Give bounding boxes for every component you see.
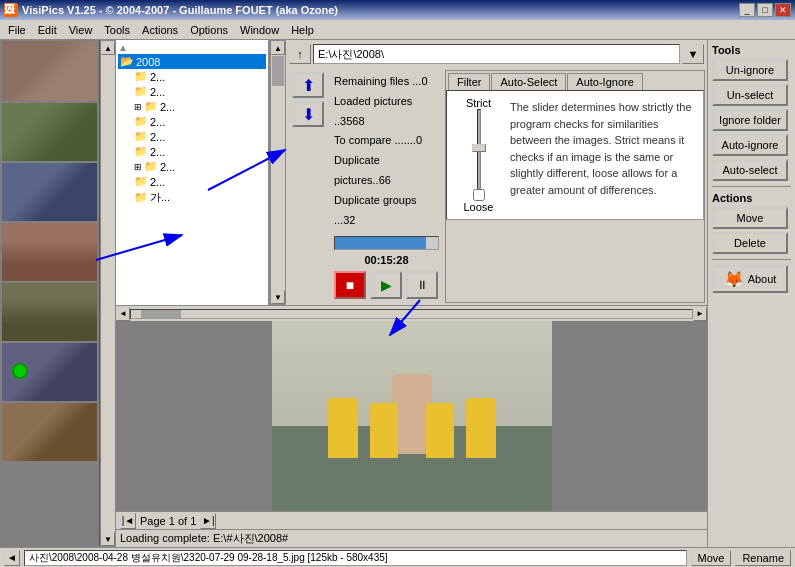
strict-label: Strict [466,97,491,109]
move-button[interactable]: Move [712,207,788,229]
scroll-down[interactable]: ▼ [101,532,115,546]
filter-slider[interactable] [469,109,489,189]
menu-actions[interactable]: Actions [136,22,184,38]
nav-arrows: ⬆ ⬇ [286,68,330,305]
folder-sub-item[interactable]: ⊞📁2... [132,99,266,114]
scroll-up[interactable]: ▲ [101,41,115,55]
app-icon: 🖼 [4,3,18,17]
title-bar: 🖼 VisiPics V1.25 - © 2004-2007 - Guillau… [0,0,795,20]
rename-file-button[interactable]: Rename [735,550,791,566]
progress-fill [335,237,426,249]
progress-bar [334,236,439,250]
folder-sub-item[interactable]: 📁2... [132,69,266,84]
folder-2008-item[interactable]: 📂 2008 [118,54,266,69]
file-path-display: 사진\2008\2008-04-28 병설유치원\2320-07-29 09-2… [24,550,687,566]
folder-sub-item[interactable]: 📁2... [132,129,266,144]
un-ignore-button[interactable]: Un-ignore [712,59,788,81]
about-button[interactable]: 🦊 About [712,265,788,293]
tree-row[interactable]: ▲ [118,42,266,53]
auto-ignore-button[interactable]: Auto-ignore [712,134,788,156]
folder-2008-label: 2008 [136,56,160,68]
minimize-button[interactable]: _ [739,3,755,17]
folder-sub-item[interactable]: 📁가... [132,189,266,206]
filter-description: The slider determines how strictly the p… [506,95,699,215]
tree-scroll-up[interactable]: ▲ [271,41,285,55]
folder-sub-item[interactable]: 📁2... [132,174,266,189]
menu-view[interactable]: View [63,22,99,38]
auto-select-button[interactable]: Auto-select [712,159,788,181]
timer-display: 00:15:28 [330,252,443,268]
path-dropdown-button[interactable]: ▼ [682,44,704,64]
filter-content: Strict Loose [446,90,704,220]
ignore-folder-button[interactable]: Ignore folder [712,109,788,131]
auto-select-tab[interactable]: Auto-Select [491,73,566,90]
filter-tabs: Filter Auto-Select Auto-Ignore [446,71,704,90]
folder-sub-item[interactable]: 📁2... [132,114,266,129]
thumb-item[interactable] [2,283,97,341]
thumb-scrollbar[interactable]: ▲ ▼ [100,40,116,547]
thumb-item[interactable] [2,343,97,401]
stat-loaded: Loaded pictures ..3568 [334,92,439,132]
top-section: ▲ 📂 2008 📁2... 📁2... ⊞📁2... 📁2... 📁2... … [116,40,707,305]
menu-bar: File Edit View Tools Actions Options Win… [0,20,795,40]
about-label: About [748,273,777,285]
thumb-item[interactable] [2,163,97,221]
folder-sub-item[interactable]: 📁2... [132,144,266,159]
thumb-item[interactable] [2,41,97,101]
h-scrollbar[interactable]: ◄ ► [116,305,707,321]
un-select-button[interactable]: Un-select [712,84,788,106]
loading-text: Loading complete: E:\#사진\2008# [120,531,288,546]
menu-options[interactable]: Options [184,22,234,38]
play-button[interactable]: ▶ [370,271,402,299]
stats-panel: Remaining files ...0 Loaded pictures ..3… [330,68,443,234]
tree-scroll-down[interactable]: ▼ [271,290,285,304]
page-first[interactable]: |◄ [120,513,136,529]
stop-button[interactable]: ■ [334,271,366,299]
filter-checkbox[interactable] [473,189,485,201]
folder-tree: ▲ 📂 2008 📁2... 📁2... ⊞📁2... 📁2... 📁2... … [116,40,270,305]
path-up-button[interactable]: ↑ [289,44,311,64]
preview-section: ◄ ► [116,305,707,511]
menu-tools[interactable]: Tools [98,22,136,38]
tree-scrollbar[interactable]: ▲ ▼ [270,40,286,305]
scroll-left[interactable]: ◄ [116,307,130,321]
filter-checkbox-row [473,189,485,201]
stat-dup-pics: Duplicate pictures..66 [334,151,439,191]
page-last[interactable]: ►| [200,513,216,529]
folder-tree-section: ▲ 📂 2008 📁2... 📁2... ⊞📁2... 📁2... 📁2... … [116,40,286,305]
filter-panel: Filter Auto-Select Auto-Ignore Strict [445,70,705,303]
close-button[interactable]: ✕ [775,3,791,17]
menu-help[interactable]: Help [285,22,320,38]
playback-controls: ■ ▶ ⏸ [330,268,443,302]
pause-button[interactable]: ⏸ [406,271,438,299]
content-section: ⬆ ⬇ Remaining files ...0 Loaded pictures… [286,68,707,305]
center-area: ▲ 📂 2008 📁2... 📁2... ⊞📁2... 📁2... 📁2... … [116,40,707,547]
folder-sub-item[interactable]: 📁2... [132,84,266,99]
folder-sub-items: 📁2... 📁2... ⊞📁2... 📁2... 📁2... 📁2... ⊞📁2… [118,69,266,206]
delete-button[interactable]: Delete [712,232,788,254]
auto-ignore-tab[interactable]: Auto-Ignore [567,73,642,90]
scroll-right[interactable]: ► [693,307,707,321]
move-file-button[interactable]: Move [691,550,732,566]
folder-sub-item[interactable]: ⊞📁2... [132,159,266,174]
menu-file[interactable]: File [2,22,32,38]
arrow-up-button[interactable]: ⬆ [292,72,324,98]
menu-edit[interactable]: Edit [32,22,63,38]
page-label: Page 1 of 1 [140,515,196,527]
page-nav-bar: |◄ Page 1 of 1 ►| [116,511,707,529]
filter-tab[interactable]: Filter [448,73,490,90]
loose-label: Loose [464,201,494,213]
filter-slider-section: Strict Loose [451,95,506,215]
bottom-status-bar: ◄ 사진\2008\2008-04-28 병설유치원\2320-07-29 09… [0,547,795,567]
image-preview-area [116,321,707,511]
maximize-button[interactable]: □ [757,3,773,17]
title-text: VisiPics V1.25 - © 2004-2007 - Guillaume… [22,4,338,16]
stat-compare: To compare .......0 [334,131,439,151]
thumb-item[interactable] [2,403,97,461]
about-icon: 🦊 [724,270,744,289]
nav-prev-icon[interactable]: ◄ [4,550,20,566]
thumb-item[interactable] [2,223,97,281]
thumb-item[interactable] [2,103,97,161]
arrow-down-button[interactable]: ⬇ [292,101,324,127]
menu-window[interactable]: Window [234,22,285,38]
